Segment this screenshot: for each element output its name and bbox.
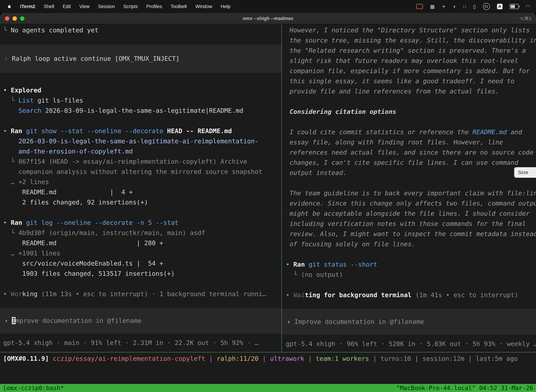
text-segment: Ran bbox=[293, 261, 305, 268]
text-segment: However, I noticed the "Directory Struct… bbox=[286, 27, 530, 34]
terminal-line: references need actual files, and since … bbox=[286, 147, 536, 158]
text-segment: the source tree, missing the essay. Stil… bbox=[286, 37, 536, 44]
text-segment: ralph:11/20 bbox=[217, 355, 258, 362]
text-segment: I could cite commit statistics or refere… bbox=[286, 128, 473, 135]
text-segment: Search bbox=[19, 107, 41, 114]
terminal-line: 2026-03-09-is-legal-the-same-as-legitima… bbox=[3, 136, 281, 146]
terminal-line: changes, I can't cite specific file line… bbox=[286, 158, 536, 168]
text-segment: | bbox=[205, 355, 217, 362]
menu-item-shell[interactable]: Shell bbox=[44, 4, 54, 9]
menu-item-session[interactable]: Session bbox=[98, 4, 115, 9]
menu-item-window[interactable]: Window bbox=[195, 4, 212, 9]
window-title-bar[interactable]: omx --xhigh --madmax ⌥⌘1 bbox=[0, 13, 536, 24]
tmux-status-bar: [omx-cczip0:bash* "MacBook-Pro-44.local"… bbox=[0, 384, 536, 392]
text-segment: 2026-03-09-is-legal-the-same-as-legitima… bbox=[3, 138, 258, 145]
text-segment: └ bbox=[3, 27, 11, 34]
prompt-input[interactable]: › Improve documentation in @filename bbox=[0, 308, 281, 334]
injected-prompt-box[interactable]: › Ralph loop active continue [OMX_TMUX_I… bbox=[0, 44, 281, 73]
battery-gauge-icon[interactable]: 61 bbox=[483, 3, 490, 10]
text-segment: | turns:10 | session:12m | last:5m ago bbox=[369, 355, 518, 362]
wifi-icon[interactable]: ◠ bbox=[526, 4, 530, 9]
terminal-line: gpt-5.4 xhigh · main · 91% left · 2.31M … bbox=[3, 338, 281, 348]
text-segment: README.md | 280 + bbox=[3, 239, 163, 247]
text-segment: | bbox=[258, 355, 270, 362]
text-segment: Considering citation options bbox=[286, 108, 396, 115]
menu-item-toolbelt[interactable]: Toolbelt bbox=[171, 4, 187, 9]
text-segment: README.md | 4 + bbox=[3, 188, 133, 196]
text-segment: gpt-5.4 xhigh · 96% left · 520K in · 5.8… bbox=[286, 340, 536, 347]
menu-item-help[interactable]: Help bbox=[221, 4, 230, 9]
text-segment: companion analysis without altering the … bbox=[3, 168, 262, 175]
terminal-line: • Waiting for background terminal (1m 41… bbox=[286, 290, 536, 300]
terminal-line: might be acceptable alongside the file l… bbox=[286, 209, 536, 219]
prompt-text: › Improve documentation in @filename bbox=[287, 317, 536, 327]
text-segment: and-the-erosion-of-copyleft.md bbox=[3, 148, 133, 155]
text-segment: including verification notes with those … bbox=[286, 220, 526, 227]
tmux-session-label: [omx-cczip0:bash* bbox=[3, 384, 64, 392]
terminal-line: └ 4b9d30f (origin/main, instructkr/main,… bbox=[3, 228, 281, 238]
text-cursor: I bbox=[12, 317, 16, 324]
menu-status-icons: ▦✦◗∷▯61A◠ bbox=[416, 3, 536, 10]
text-segment: companion file, especially if more comme… bbox=[286, 67, 530, 75]
menu-items: iTerm2ShellEditViewSessionScriptsProfile… bbox=[0, 4, 230, 9]
menu-item-view[interactable]: View bbox=[79, 4, 90, 9]
terminal-line: └ List git ls-files bbox=[3, 95, 281, 106]
text-segment: git ls-files bbox=[34, 97, 83, 104]
screen-recording-icon[interactable] bbox=[416, 4, 423, 9]
terminal-line: the source tree, missing the essay. Stil… bbox=[286, 35, 536, 46]
window-shortcut-badge: ⌥⌘1 bbox=[519, 13, 531, 24]
phone-icon[interactable]: ▯ bbox=[473, 4, 476, 9]
terminal-line: • Ran git log --oneline --decorate -n 5 … bbox=[3, 218, 281, 228]
terminal-line: gpt-5.4 xhigh · 96% left · 520K in · 5.8… bbox=[286, 339, 536, 349]
menu-item-profiles[interactable]: Profiles bbox=[146, 4, 162, 9]
text-segment: of focusing solely on file lines. bbox=[286, 240, 415, 248]
terminal-line: • Working (11m 13s • esc to interrupt) ·… bbox=[3, 289, 281, 299]
terminal-line: └ No agents completed yet bbox=[3, 25, 281, 35]
more-apps-icon[interactable]: ∷ bbox=[463, 4, 466, 9]
terminal-line: • Ran git status --short bbox=[286, 259, 536, 270]
text-segment: • bbox=[286, 261, 293, 268]
left-terminal-pane[interactable]: └ No agents completed yet› Ralph loop ac… bbox=[0, 24, 281, 352]
apple-logo-icon[interactable] bbox=[7, 4, 12, 9]
terminal-line: └ (no output) bbox=[286, 270, 536, 280]
text-segment: mprove documentation in @filename bbox=[16, 317, 141, 324]
prompt-input[interactable]: › Improve documentation in @filename bbox=[282, 309, 536, 335]
text-segment: git show --stat --oneline --decorate bbox=[22, 127, 163, 135]
terminal-line: Considering citation options bbox=[286, 107, 536, 117]
text-segment: git log --oneline --decorate -n 5 --stat bbox=[22, 219, 178, 226]
terminal-line: … +2 lines bbox=[3, 177, 281, 187]
text-segment: • bbox=[3, 290, 11, 298]
menu-item-edit[interactable]: Edit bbox=[63, 4, 71, 9]
text-segment: might be acceptable alongside the file l… bbox=[286, 210, 530, 217]
tmux-host-clock-label: "MacBook-Pro-44.local" 04:52 31-Mar-26 bbox=[396, 384, 533, 392]
terminal-line: review. Also, I might want to inspect th… bbox=[286, 229, 536, 239]
menu-item-scripts[interactable]: Scripts bbox=[123, 4, 138, 9]
text-segment: (1m 41s • esc to interrupt) bbox=[412, 291, 518, 299]
text-segment: cczip/essay/ai-reimplementation-copyleft bbox=[53, 355, 205, 362]
dark-app-icon[interactable]: ◗ bbox=[453, 4, 456, 9]
terminal-line: and-the-erosion-of-copyleft.md bbox=[3, 146, 281, 156]
battery-icon[interactable] bbox=[510, 4, 519, 9]
prompt-text: › Ralph loop active continue [OMX_TMUX_I… bbox=[4, 54, 281, 64]
text-segment: … +1901 lines bbox=[3, 250, 60, 257]
text-segment: (11m 13s • esc to interrupt) · 1 backgro… bbox=[38, 290, 266, 298]
text-segment: … +2 lines bbox=[3, 178, 49, 186]
right-terminal-pane[interactable]: However, I noticed the "Directory Struct… bbox=[282, 24, 536, 352]
text-segment: essay file, along with finding root file… bbox=[286, 139, 503, 146]
keyboard-layout-icon[interactable]: A bbox=[497, 4, 502, 9]
terminal-line: provide file and line references from th… bbox=[286, 86, 536, 96]
text-segment: › bbox=[287, 318, 294, 325]
menu-item-iterm2[interactable]: iTerm2 bbox=[20, 4, 35, 9]
text-segment: 2026-03-09-is-legal-the-same-as-legitima… bbox=[41, 107, 243, 114]
terminal-line: slight risk that future readers may over… bbox=[286, 56, 536, 66]
terminal-line: output instead. bbox=[286, 168, 536, 178]
text-segment: and bbox=[507, 128, 522, 135]
terminal-line: of focusing solely on file lines. bbox=[286, 239, 536, 249]
text-segment: • bbox=[3, 87, 11, 94]
text-segment: └ 067f154 (HEAD -> essay/ai-reimplementa… bbox=[3, 158, 247, 165]
blue-app-icon[interactable]: ✦ bbox=[442, 4, 446, 9]
terminal-line: companion analysis without altering the … bbox=[3, 167, 281, 177]
screen-tooltip[interactable]: Scre bbox=[514, 167, 536, 178]
window-manager-icon[interactable]: ▦ bbox=[430, 4, 435, 9]
text-segment: └ 4b9d30f (origin/main, instructkr/main,… bbox=[3, 229, 205, 236]
